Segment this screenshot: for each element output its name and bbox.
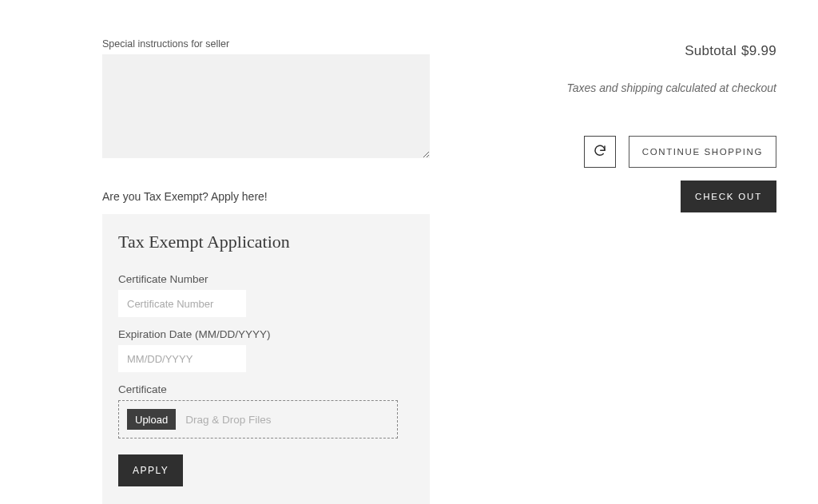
subtotal-value: $9.99 [741,43,776,58]
expiration-date-input[interactable] [118,345,246,372]
checkout-button[interactable]: CHECK OUT [681,181,776,212]
left-column: Special instructions for seller Are you … [102,38,430,504]
certificate-number-label: Certificate Number [118,273,414,285]
actions-row: CONTINUE SHOPPING [537,136,776,168]
cart-page: Special instructions for seller Are you … [0,0,818,504]
continue-shopping-button[interactable]: CONTINUE SHOPPING [629,136,776,168]
tax-exempt-question: Are you Tax Exempt? Apply here! [102,190,430,203]
checkout-wrap: CHECK OUT [537,168,776,212]
subtotal-line: Subtotal$9.99 [537,43,776,59]
refresh-icon [593,144,607,161]
tax-exempt-panel: Tax Exempt Application Certificate Numbe… [102,214,430,504]
subtotal-label: Subtotal [685,43,737,58]
tax-exempt-title: Tax Exempt Application [118,232,414,252]
instructions-label: Special instructions for seller [102,38,430,50]
certificate-label: Certificate [118,383,414,395]
certificate-dropzone[interactable]: Upload Drag & Drop Files [118,400,398,439]
refresh-button[interactable] [584,136,616,168]
drop-text: Drag & Drop Files [185,414,271,426]
expiration-date-label: Expiration Date (MM/DD/YYYY) [118,328,414,340]
right-column: Subtotal$9.99 Taxes and shipping calcula… [537,38,776,212]
taxes-shipping-note: Taxes and shipping calculated at checkou… [537,81,776,94]
certificate-number-input[interactable] [118,290,246,317]
upload-button[interactable]: Upload [127,409,176,430]
apply-button[interactable]: APPLY [118,454,183,486]
instructions-textarea[interactable] [102,54,430,158]
layout-columns: Special instructions for seller Are you … [102,38,776,504]
